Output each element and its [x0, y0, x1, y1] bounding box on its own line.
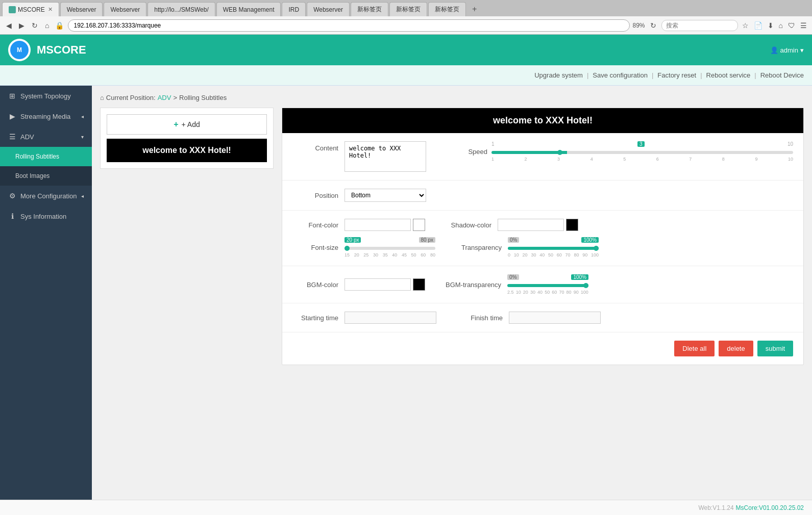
bgm-color-label: BGM-color: [292, 281, 338, 289]
font-size-group: Font-size 20 px 80 px 152025303: [292, 237, 435, 258]
finish-time-input[interactable]: [509, 312, 601, 324]
logo-inner: M: [10, 41, 29, 59]
font-color-label: Font-color: [292, 221, 338, 229]
sidebar-item-streaming[interactable]: ▶ Streaming Media ◂: [0, 106, 92, 126]
factory-reset-link[interactable]: Factory reset: [657, 71, 696, 79]
tab-newtab2[interactable]: 新标签页: [389, 2, 427, 16]
user-icon: 👤: [770, 46, 778, 54]
tab-close-btn[interactable]: ✕: [48, 6, 53, 13]
transparency-label: Transparency: [456, 244, 502, 251]
position-select[interactable]: Bottom Top Middle: [345, 189, 426, 202]
font-color-input-group: #ffffff: [345, 219, 425, 231]
user-menu[interactable]: 👤 admin ▾: [770, 46, 804, 54]
forward-button[interactable]: ▶: [17, 20, 27, 31]
bgm-section: BGM-color #000000 BGM-transparency: [282, 266, 803, 303]
address-bar-input[interactable]: 192.168.207.136:3333/marquee: [68, 19, 629, 32]
menu-icon[interactable]: ☰: [799, 20, 808, 31]
tab-label: Webserver: [313, 6, 343, 13]
bgm-trans-min-tag: 0%: [507, 274, 519, 280]
shadow-color-swatch[interactable]: [566, 219, 578, 231]
sidebar-item-rolling[interactable]: Rolling Subtitles: [0, 147, 92, 166]
transparency-slider[interactable]: [508, 247, 599, 250]
font-size-max-tag: 80 px: [419, 237, 435, 243]
sidebar-item-sysinfo[interactable]: ℹ Sys Information: [0, 206, 92, 226]
reload-button[interactable]: ↻: [648, 20, 658, 31]
breadcrumb-adv[interactable]: ADV: [158, 94, 171, 101]
bgm-color-input-group: #000000: [345, 278, 425, 291]
bgm-transparency-slider[interactable]: [507, 284, 588, 287]
tab-label: http://lo.../SMSWeb/: [154, 6, 209, 13]
tab-ird[interactable]: IRD: [282, 2, 306, 16]
tab-label: 新标签页: [357, 5, 382, 14]
sidebar-item-boot[interactable]: Boot Images: [0, 166, 92, 186]
delete-all-button[interactable]: Dlete all: [674, 341, 715, 356]
tab-newtab1[interactable]: 新标签页: [351, 2, 388, 16]
starting-time-input[interactable]: [345, 312, 436, 324]
lock-icon: 🔒: [54, 20, 65, 31]
shield-icon[interactable]: 🛡: [787, 20, 796, 31]
sidebar-item-topology[interactable]: ⊞ System Topology: [0, 86, 92, 106]
upgrade-system-link[interactable]: Upgrade system: [534, 71, 583, 79]
save-config-link[interactable]: Save configuration: [593, 71, 648, 79]
home-button[interactable]: ⌂: [43, 20, 51, 31]
reader-icon[interactable]: 📄: [753, 20, 764, 31]
download-icon[interactable]: ⬇: [767, 20, 775, 31]
search-input[interactable]: [661, 20, 738, 31]
sidebar-label-rolling: Rolling Subtitles: [15, 153, 84, 160]
sidebar-item-more[interactable]: ⚙ More Configuration ◂: [0, 186, 92, 206]
core-version: MsCore:V01.00.20.25.02: [736, 504, 804, 511]
web-version: Web:V1.1.24: [698, 504, 733, 511]
reboot-service-link[interactable]: Reboot service: [706, 71, 751, 79]
marquee-list-item[interactable]: welcome to XXX Hotel!: [107, 139, 267, 162]
sidebar-item-adv[interactable]: ☰ ADV ▾: [0, 126, 92, 147]
tab-label: Webserver: [67, 6, 96, 13]
shadow-color-input[interactable]: #000000: [498, 219, 564, 231]
sidebar-label-boot: Boot Images: [15, 172, 84, 179]
colors-section: Font-color #ffffff Shadow-color #: [282, 211, 803, 266]
refresh-button[interactable]: ↻: [30, 20, 40, 31]
speed-mid-tag: 3: [637, 141, 645, 147]
marquee-display: welcome to XXX Hotel!: [282, 108, 803, 133]
bgm-transparency-group: BGM-transparency 0% 100% 2.5102: [446, 274, 588, 295]
add-button[interactable]: + + Add: [107, 114, 267, 135]
tab-mscore[interactable]: MSCORE ✕: [2, 2, 59, 16]
font-color-group: Font-color #ffffff: [292, 219, 425, 231]
tab-webserver3[interactable]: Webserver: [307, 2, 350, 16]
transparency-group: Transparency 0% 100% 0102030405: [456, 237, 599, 258]
position-section: Position Bottom Top Middle: [282, 181, 803, 211]
home-nav-icon[interactable]: ⌂: [778, 20, 784, 31]
back-button[interactable]: ◀: [4, 20, 14, 31]
tab-label: IRD: [288, 6, 299, 13]
streaming-arrow-icon: ◂: [81, 114, 84, 119]
font-size-slider[interactable]: [345, 247, 435, 250]
bgm-color-input[interactable]: #000000: [345, 278, 411, 291]
tab-webmgmt[interactable]: WEB Management: [216, 2, 281, 16]
speed-slider[interactable]: [491, 151, 793, 154]
username: admin: [780, 46, 798, 54]
delete-button[interactable]: delete: [719, 341, 753, 356]
bookmark-icon[interactable]: ☆: [741, 20, 750, 31]
tab-label: WEB Management: [223, 6, 275, 13]
font-color-input[interactable]: #ffffff: [345, 219, 411, 231]
tab-smsweb[interactable]: http://lo.../SMSWeb/: [147, 2, 215, 16]
submit-button[interactable]: submit: [757, 341, 793, 356]
tab-webserver2[interactable]: Webserver: [104, 2, 146, 16]
breadcrumb-page: Rolling Subtitles: [179, 94, 227, 101]
new-tab-button[interactable]: +: [467, 2, 482, 16]
tab-newtab3[interactable]: 新标签页: [428, 2, 466, 16]
logo-circle: M: [8, 39, 31, 61]
content-textarea[interactable]: welcome to XXX Hotel!: [345, 141, 426, 172]
starting-time-group: Starting time: [292, 312, 436, 324]
streaming-icon: ▶: [8, 112, 16, 120]
content-area: ⌂ Current Position: ADV > Rolling Subtit…: [92, 86, 812, 500]
bgm-color-swatch[interactable]: [413, 278, 425, 291]
position-group: Position Bottom Top Middle: [292, 189, 793, 202]
tab-webserver1[interactable]: Webserver: [60, 2, 103, 16]
user-dropdown-icon: ▾: [800, 46, 804, 54]
topology-icon: ⊞: [8, 92, 16, 100]
reboot-device-link[interactable]: Reboot Device: [760, 71, 804, 79]
marquee-preview-text: welcome to XXX Hotel!: [142, 146, 231, 154]
bgm-trans-max-tag: 100%: [571, 274, 588, 280]
font-color-swatch[interactable]: [413, 219, 425, 231]
more-arrow-icon: ◂: [81, 193, 84, 199]
